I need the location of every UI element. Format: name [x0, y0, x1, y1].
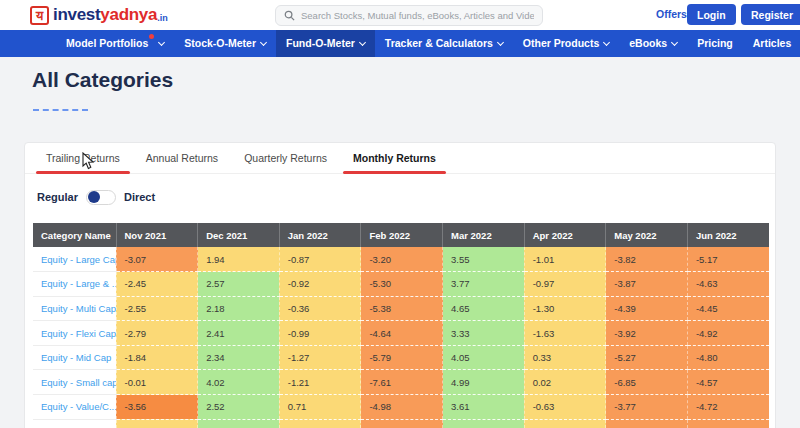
- return-cell: -0.97: [524, 272, 606, 297]
- register-button[interactable]: Register: [741, 4, 800, 25]
- return-cell: -4.98: [361, 395, 443, 420]
- nav-item-stock-o-meter[interactable]: Stock-O-Meter: [174, 30, 276, 57]
- table-row: Equity - Mid Cap-1.842.34-1.27-5.794.050…: [33, 345, 769, 370]
- return-cell: 2.52: [198, 395, 280, 420]
- main-nav: Model Portfolios Stock-O-Meter Fund-O-Me…: [0, 30, 800, 57]
- return-cell: -3.60: [606, 419, 688, 428]
- return-cell: -4.45: [687, 296, 769, 321]
- offers-link[interactable]: Offers: [656, 8, 687, 20]
- chevron-down-icon: [158, 39, 165, 46]
- return-cell: 4.99: [443, 370, 525, 395]
- category-link[interactable]: Equity - ELSS: [33, 419, 116, 428]
- nav-label: Tracker & Calculators: [385, 37, 493, 49]
- return-cell: -3.77: [606, 395, 688, 420]
- return-cell: -3.56: [116, 395, 198, 420]
- category-link[interactable]: Equity - Mid Cap: [33, 345, 116, 370]
- tab-quarterly-returns[interactable]: Quarterly Returns: [231, 143, 340, 173]
- returns-table-body: Equity - Large Cap-3.071.94-0.87-3.203.5…: [33, 247, 769, 428]
- return-cell: -4.57: [687, 370, 769, 395]
- tab-label: Trailing Returns: [46, 152, 120, 164]
- return-cell: 3.77: [443, 272, 525, 297]
- return-cell: -1.63: [524, 321, 606, 346]
- return-cell: 2.57: [198, 272, 280, 297]
- nav-label: Other Products: [523, 37, 599, 49]
- nav-label: Stock-O-Meter: [184, 37, 256, 49]
- category-link[interactable]: Equity - Large & ...: [33, 272, 116, 297]
- table-row: Equity - Large & ...-2.452.57-0.92-5.303…: [33, 272, 769, 297]
- brand-logo-icon: य: [30, 6, 49, 25]
- tab-monthly-returns[interactable]: Monthly Returns: [340, 143, 449, 173]
- table-row: Equity - Small cap-0.014.02-1.21-7.614.9…: [33, 370, 769, 395]
- top-header: य investyadnya.in Offers Login Register: [0, 0, 800, 30]
- search-input[interactable]: [301, 10, 534, 21]
- return-cell: -4.92: [687, 321, 769, 346]
- chevron-down-icon: [497, 39, 504, 46]
- search-bar[interactable]: [275, 5, 543, 26]
- return-cell: 3.61: [443, 395, 525, 420]
- nav-item-ebooks[interactable]: eBooks: [619, 30, 687, 57]
- return-cell: 0.33: [524, 345, 606, 370]
- regular-direct-toggle[interactable]: [86, 190, 116, 205]
- return-cell: -3.20: [361, 247, 443, 272]
- nav-item-pricing[interactable]: Pricing: [687, 30, 743, 57]
- category-link[interactable]: Equity - Large Cap: [33, 247, 116, 272]
- return-cell: -4.63: [687, 272, 769, 297]
- brand-logo[interactable]: य investyadnya.in: [30, 4, 168, 26]
- tab-annual-returns[interactable]: Annual Returns: [133, 143, 231, 173]
- nav-item-fund-o-meter[interactable]: Fund-O-Meter: [276, 30, 375, 57]
- table-row: Equity - Flexi Cap-2.792.41-0.99-4.643.3…: [33, 321, 769, 346]
- tab-label: Monthly Returns: [353, 152, 436, 164]
- return-cell: -5.17: [687, 247, 769, 272]
- search-icon: [284, 10, 295, 21]
- return-cell: -5.38: [361, 296, 443, 321]
- table-row: Equity - ELSS-2.822.24-0.69-4.763.41-1.5…: [33, 419, 769, 428]
- chevron-down-icon: [359, 39, 366, 46]
- return-cell: -2.82: [116, 419, 198, 428]
- nav-label: eBooks: [629, 37, 667, 49]
- return-cell: -1.84: [116, 345, 198, 370]
- return-cell: -2.55: [116, 296, 198, 321]
- toggle-knob: [88, 191, 100, 203]
- brand-text-tld: .in: [157, 13, 168, 23]
- column-header: Mar 2022: [443, 223, 525, 247]
- chevron-down-icon: [260, 39, 267, 46]
- column-header: Feb 2022: [361, 223, 443, 247]
- content-card: Trailing Returns Annual Returns Quarterl…: [24, 142, 776, 428]
- return-cell: -4.78: [687, 419, 769, 428]
- column-header: Jun 2022: [687, 223, 769, 247]
- return-cell: -5.79: [361, 345, 443, 370]
- chevron-down-icon: [671, 39, 678, 46]
- return-cell: 1.94: [198, 247, 280, 272]
- return-cell: 3.33: [443, 321, 525, 346]
- nav-item-model-portfolios[interactable]: Model Portfolios: [56, 30, 174, 57]
- login-button[interactable]: Login: [687, 4, 736, 25]
- nav-label: Fund-O-Meter: [286, 37, 355, 49]
- return-cell: -0.63: [524, 395, 606, 420]
- table-row: Equity - Multi Cap-2.552.18-0.36-5.384.6…: [33, 296, 769, 321]
- return-cell: -2.79: [116, 321, 198, 346]
- nav-label: Articles: [753, 37, 792, 49]
- category-link[interactable]: Equity - Flexi Cap: [33, 321, 116, 346]
- category-link[interactable]: Equity - Small cap: [33, 370, 116, 395]
- plan-toggle-row: Regular Direct: [37, 187, 155, 207]
- return-cell: -0.36: [279, 296, 361, 321]
- return-cell: -3.07: [116, 247, 198, 272]
- return-cell: -0.92: [279, 272, 361, 297]
- return-cell: -4.64: [361, 321, 443, 346]
- tab-bar: Trailing Returns Annual Returns Quarterl…: [25, 143, 775, 174]
- nav-item-other-products[interactable]: Other Products: [513, 30, 619, 57]
- tab-trailing-returns[interactable]: Trailing Returns: [33, 143, 133, 173]
- column-header: Jan 2022: [279, 223, 361, 247]
- nav-item-articles[interactable]: Articles: [743, 30, 800, 57]
- nav-item-tracker-calculators[interactable]: Tracker & Calculators: [375, 30, 513, 57]
- category-link[interactable]: Equity - Value/C...: [33, 395, 116, 420]
- brand-text-invest: invest: [53, 5, 100, 25]
- return-cell: -0.69: [279, 419, 361, 428]
- return-cell: 4.02: [198, 370, 280, 395]
- return-cell: 2.41: [198, 321, 280, 346]
- category-link[interactable]: Equity - Multi Cap: [33, 296, 116, 321]
- return-cell: 4.65: [443, 296, 525, 321]
- table-row: Equity - Large Cap-3.071.94-0.87-3.203.5…: [33, 247, 769, 272]
- return-cell: 4.05: [443, 345, 525, 370]
- nav-label: Pricing: [697, 37, 733, 49]
